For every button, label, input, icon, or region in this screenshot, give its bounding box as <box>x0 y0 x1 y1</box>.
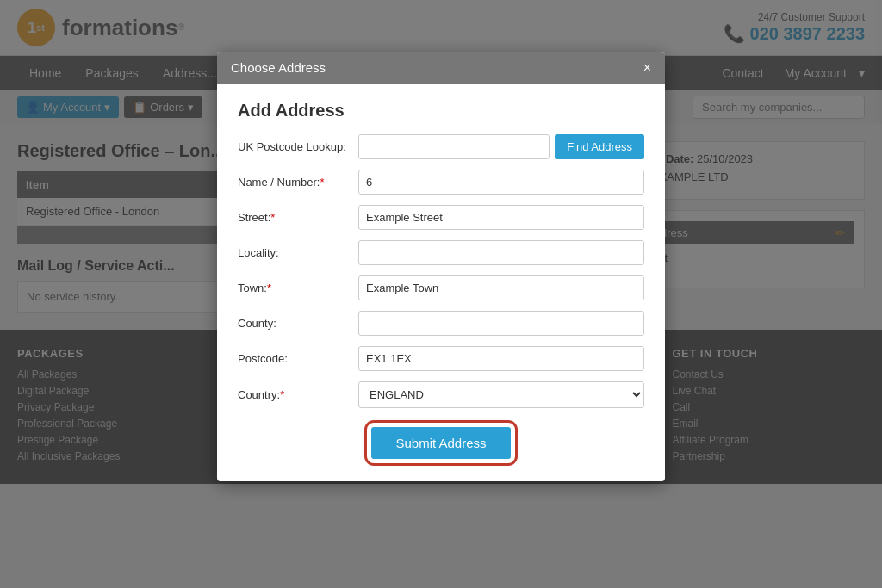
find-address-button[interactable]: Find Address <box>555 134 644 159</box>
name-number-input[interactable] <box>358 170 644 195</box>
modal-dialog: Choose Address × Add Address UK Postcode… <box>217 52 665 481</box>
modal-header-title: Choose Address <box>231 60 326 75</box>
county-input[interactable] <box>358 311 644 336</box>
modal-close-button[interactable]: × <box>643 61 651 75</box>
postcode-input[interactable] <box>358 346 644 371</box>
postcode-lookup-group: UK Postcode Lookup: Find Address <box>238 134 644 159</box>
submit-address-button[interactable]: Submit Address <box>371 427 510 459</box>
country-select[interactable]: ENGLAND SCOTLAND WALES NORTHERN IRELAND <box>358 381 644 408</box>
country-group: Country: ENGLAND SCOTLAND WALES NORTHERN… <box>238 381 644 408</box>
name-number-group: Name / Number: <box>238 170 644 195</box>
locality-group: Locality: <box>238 240 644 265</box>
postcode-label: Postcode: <box>238 352 358 365</box>
postcode-lookup-input[interactable] <box>358 134 550 159</box>
street-input[interactable] <box>358 205 644 230</box>
street-label: Street: <box>238 211 358 224</box>
town-label: Town: <box>238 282 358 294</box>
street-group: Street: <box>238 205 644 230</box>
postcode-lookup-row: Find Address <box>358 134 644 159</box>
town-group: Town: <box>238 275 644 300</box>
locality-input[interactable] <box>358 240 644 265</box>
submit-area: Submit Address <box>238 418 644 464</box>
county-label: County: <box>238 317 358 330</box>
country-label: Country: <box>238 388 358 401</box>
modal-body: Add Address UK Postcode Lookup: Find Add… <box>217 84 665 481</box>
locality-label: Locality: <box>238 246 358 259</box>
modal-header: Choose Address × <box>217 52 665 84</box>
postcode-lookup-label: UK Postcode Lookup: <box>238 140 358 153</box>
modal-overlay: Choose Address × Add Address UK Postcode… <box>0 0 882 484</box>
modal-title: Add Address <box>238 101 644 121</box>
county-group: County: <box>238 311 644 336</box>
postcode-group: Postcode: <box>238 346 644 371</box>
town-input[interactable] <box>358 275 644 300</box>
name-number-label: Name / Number: <box>238 176 358 189</box>
